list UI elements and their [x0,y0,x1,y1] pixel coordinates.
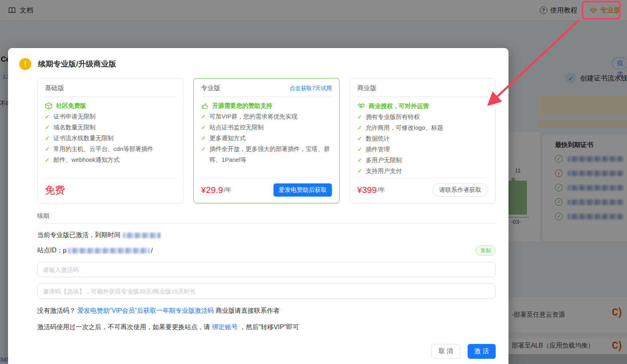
activation-code-input[interactable] [37,262,496,277]
check-icon: ✓ [45,122,50,133]
plan-highlight: 开源需要您的赞助支持 [201,102,332,110]
check-icon: ✓ [357,122,362,133]
modal-header: ! 续期专业版/升级商业版 [8,48,508,73]
plan-feature-text: 邮件、webhook通知方式 [54,154,120,165]
plan-feature-text: 证书流水线数量无限制 [54,133,114,143]
plan-highlight-text: 社区免费版 [56,102,86,110]
modal-title: 续期专业版/升级商业版 [38,59,116,69]
plan-name: 专业版 [201,84,220,93]
activation-status-line: 当前专业版已激活，到期时间 [37,231,496,239]
plan-feature-text: 常用的主机、云平台、cdn等部署插件 [54,143,153,154]
check-icon: ✓ [357,111,362,122]
plan-feature: ✓插件全开放，更多强大的部署插件，宝塔、群晖、1Panel等 [201,143,332,165]
plan-feature: ✓插件管理 [357,144,488,155]
plan-name: 商业版 [357,84,376,93]
check-icon: ✓ [201,111,206,122]
check-icon: ✓ [201,133,206,143]
help2-prefix: 激活码使用过一次之后，不可再次使用，如果要更换站点，请 [37,324,210,330]
plan-header: 商业版 [357,84,488,97]
plan-price-unit: /年 [224,186,231,194]
activate-button[interactable]: 激 活 [468,344,496,359]
activation-status-text: 当前专业版已激活，到期时间 [37,231,121,239]
plan-price-row: ¥399 /年 请联系作者获取 [357,178,488,197]
site-id-prefix: p [63,247,66,254]
plan-cards: 基础版 社区免费版 ✓证书申请无限制✓域名数量无限制✓证书流水线数量无限制✓常用… [37,78,496,203]
check-icon: ✓ [45,154,50,165]
check-icon: ✓ [45,143,50,154]
help-line-1: 没有激活码？ 爱发电赞助“VIP会员”后获取一年期专业版激活码 商业版请直接联系… [37,307,496,315]
plan-feature-text: 拥有专业版所有特权 [366,111,420,122]
sponsor-get-button[interactable]: 爱发电赞助后获取 [273,183,332,197]
plan-highlight-text: 开源需要您的赞助支持 [212,102,272,110]
plan-feature-text: 允许商用，可修改logo、标题 [366,122,443,133]
plan-feature: ✓允许商用，可修改logo、标题 [357,122,488,133]
invite-code-input[interactable] [37,284,496,299]
plan-feature: ✓可加VIP群，您的需求将优先实现 [201,111,332,122]
plan-feature: ✓证书申请无限制 [45,111,176,122]
sponsor-link[interactable]: 爱发电赞助“VIP会员”后获取一年期专业版激活码 [77,307,213,314]
plan-feature-text: 插件全开放，更多强大的部署插件，宝塔、群晖、1Panel等 [210,143,332,165]
redacted-expiry-date [123,233,161,238]
plan-header: 基础版 [45,84,176,97]
check-icon: ✓ [357,165,362,176]
plan-feature: ✓邮件、webhook通知方式 [45,154,176,165]
plan-feature: ✓多用户无限制 [357,155,488,165]
copy-button[interactable]: 复制 [476,245,496,255]
plan-price: ¥29.9 [201,185,223,195]
plan-feature: ✓支持用户支付 [357,165,488,176]
check-icon: ✓ [357,133,362,144]
plan-highlight: 商业授权，可对外运营 [357,102,488,110]
plan-feature-text: 支持用户支付 [366,165,402,176]
site-id-suffix: / [151,247,153,254]
site-id-line: 站点ID： p / 复制 [37,245,496,255]
help2-suffix: ，然后"转移VIP"即可 [239,324,299,330]
plan-card-business: 商业版 商业授权，可对外运营 ✓拥有专业版所有特权✓允许商用，可修改logo、标… [350,78,496,203]
cancel-button[interactable]: 取 消 [431,344,460,359]
bind-account-link[interactable]: 绑定账号 [212,324,237,330]
check-icon: ✓ [201,122,206,133]
plan-feature-text: 证书申请无限制 [54,111,96,122]
warning-circle-icon: ! [19,58,31,70]
plan-feature-text: 多用户无限制 [366,155,402,165]
plan-name: 基础版 [45,84,64,93]
plan-price: 免费 [45,183,65,197]
plan-feature: ✓数据统计 [357,133,488,144]
plan-price: ¥399 [357,185,377,195]
plan-price-row: 免费 [45,178,176,197]
plan-feature-text: 可加VIP群，您的需求将优先实现 [210,111,297,122]
contact-author-button[interactable]: 请联系作者获取 [432,183,488,197]
renew-section-label: 续期 [37,212,496,224]
thumbs-up-icon [201,102,209,110]
plan-feature: ✓拥有专业版所有特权 [357,111,488,122]
modal-footer: 取 消 激 活 [21,344,496,359]
plan-header: 专业版 点击获取7天试用 [201,84,332,97]
help-line-2: 激活码使用过一次之后，不可再次使用，如果要更换站点，请 绑定账号 ，然后"转移V… [37,323,496,332]
plan-feature-text: 站点证书监控无限制 [210,122,264,133]
plan-feature: ✓常用的主机、云平台、cdn等部署插件 [45,143,176,154]
plan-feature-text: 更多通知方式 [210,133,246,143]
check-icon: ✓ [45,111,50,122]
renew-section: 续期 当前专业版已激活，到期时间 站点ID： p / 复制 没有激活码？ 爱发电… [37,212,496,332]
plan-price-row: ¥29.9 /年 爱发电赞助后获取 [201,178,332,197]
plan-highlight-text: 商业授权，可对外运营 [369,103,429,110]
plan-feature-list: ✓拥有专业版所有特权✓允许商用，可修改logo、标题✓数据统计✓插件管理✓多用户… [357,111,488,176]
plan-feature-text: 插件管理 [366,144,390,155]
plan-feature-text: 数据统计 [366,133,390,144]
plan-feature-list: ✓证书申请无限制✓域名数量无限制✓证书流水线数量无限制✓常用的主机、云平台、cd… [45,111,176,165]
help1-prefix: 没有激活码？ [37,307,76,314]
check-icon: ✓ [201,143,206,154]
plan-card-pro: 专业版 点击获取7天试用 开源需要您的赞助支持 ✓可加VIP群，您的需求将优先实… [193,78,340,203]
check-icon: ✓ [357,155,362,165]
plan-feature-list: ✓可加VIP群，您的需求将优先实现✓站点证书监控无限制✓更多通知方式✓插件全开放… [201,111,332,165]
plan-feature: ✓更多通知方式 [201,133,332,143]
plan-feature-text: 域名数量无限制 [54,122,96,133]
trial-link[interactable]: 点击获取7天试用 [289,85,332,92]
plan-price-unit: /年 [378,186,385,194]
plan-card-basic: 基础版 社区免费版 ✓证书申请无限制✓域名数量无限制✓证书流水线数量无限制✓常用… [37,78,183,203]
plan-feature: ✓证书流水线数量无限制 [45,133,176,143]
plan-feature: ✓域名数量无限制 [45,122,176,133]
redacted-site-id [68,248,150,253]
check-icon: ✓ [45,133,50,143]
upgrade-modal: ! 续期专业版/升级商业版 基础版 社区免费版 ✓证书申请无限制✓域名数量无限制… [8,48,508,364]
site-id-label: 站点ID： [37,246,63,255]
